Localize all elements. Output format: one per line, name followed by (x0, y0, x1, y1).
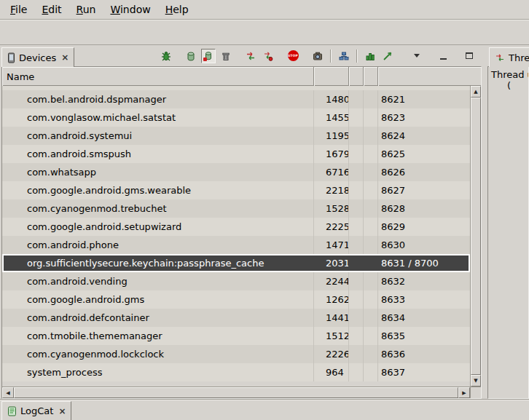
scroll-up-button[interactable]: ▲ (471, 86, 481, 98)
sysinfo-chart-icon[interactable] (380, 49, 395, 63)
cell-empty-2 (364, 309, 378, 327)
cell-port: 8624 (378, 127, 470, 145)
scroll-left-button[interactable]: ◀ (2, 387, 14, 398)
cell-port: 8634 (378, 309, 470, 327)
toolbar-separator (330, 49, 332, 63)
vertical-scrollbar[interactable]: ▲ ▼ (470, 86, 481, 387)
table-row[interactable]: com.whatsapp 6716 8626 (2, 163, 470, 181)
table-row[interactable]: system_process 964 8637 (2, 363, 470, 381)
cell-empty-2 (364, 145, 378, 163)
main-area: Devices × (0, 45, 529, 399)
cell-empty-2 (364, 236, 378, 254)
screen-capture-icon[interactable] (310, 49, 325, 63)
update-heap-icon[interactable] (184, 49, 198, 63)
menu-run[interactable]: Run (69, 1, 103, 17)
cell-empty-1 (349, 236, 364, 254)
cell-empty-2 (364, 108, 378, 127)
cell-port: 8631 / 8700 (378, 254, 470, 272)
maximize-icon[interactable] (462, 49, 477, 63)
cell-empty-1 (349, 108, 364, 127)
cell-port: 8628 (378, 199, 470, 218)
cell-empty-1 (349, 181, 364, 199)
heap-active-dot (203, 58, 207, 61)
cell-pid: 1471 (314, 236, 349, 254)
close-tab-icon[interactable]: × (60, 52, 68, 63)
menu-file[interactable]: File (3, 1, 34, 17)
cause-gc-icon[interactable] (219, 49, 233, 63)
scroll-down-button[interactable]: ▼ (471, 375, 481, 387)
tab-devices[interactable]: Devices × (1, 47, 74, 67)
cell-empty-2 (364, 163, 378, 181)
cell-port: 8636 (378, 345, 470, 363)
update-threads-icon[interactable] (243, 49, 258, 63)
horizontal-scrollbar[interactable]: ◀ ▶ (2, 387, 481, 398)
close-tab-icon[interactable]: × (57, 406, 66, 416)
cell-empty-2 (364, 199, 378, 218)
cell-empty-1 (349, 309, 364, 327)
menu-help[interactable]: Help (158, 1, 196, 17)
cell-name: com.vonglasow.michael.satstat (2, 108, 314, 127)
cell-port: 8632 (378, 272, 470, 290)
method-profiling-icon[interactable] (261, 49, 275, 63)
table-row[interactable]: com.google.android.gms 12623 8633 (2, 290, 470, 309)
scroll-right-button[interactable]: ▶ (458, 387, 470, 398)
column-header-pid[interactable] (314, 67, 349, 86)
column-header-name-label: Name (7, 71, 34, 82)
stop-process-icon[interactable]: STOP (286, 49, 300, 63)
cell-name: com.android.smspush (2, 145, 314, 163)
cell-empty-1 (349, 345, 364, 363)
table-row[interactable]: com.android.smspush 1679 8625 (2, 145, 470, 163)
cell-empty-1 (349, 272, 364, 290)
threads-tab-bar: Threads (487, 45, 529, 66)
cell-empty-1 (349, 199, 364, 218)
column-header-empty-1[interactable] (349, 67, 364, 86)
table-row[interactable]: com.android.vending 22440 8632 (2, 272, 470, 290)
cell-pid: 12623 (314, 290, 349, 309)
view-menu-icon[interactable] (410, 49, 424, 63)
scrollbar-corner (470, 387, 481, 398)
tab-threads[interactable]: Threads (489, 47, 529, 67)
table-body-wrap: com.bel.android.dspmanager 1480 8621 com… (2, 86, 481, 387)
table-row[interactable]: com.vonglasow.michael.satstat 14553 8623 (2, 108, 470, 127)
cell-name: com.cyanogenmod.lockclock (2, 345, 314, 363)
tab-logcat[interactable]: LogCat × (1, 401, 71, 420)
minimize-icon[interactable] (436, 49, 450, 63)
view-hierarchy-icon[interactable] (337, 49, 351, 63)
table-row[interactable]: com.tmobile.thememanager 1512 8635 (2, 327, 470, 345)
cell-port: 8625 (378, 145, 470, 163)
table-row[interactable]: com.cyanogenmod.lockclock 22265 8636 (2, 345, 470, 363)
cell-empty-2 (364, 272, 378, 290)
menu-window[interactable]: Window (103, 1, 157, 17)
menu-edit[interactable]: Edit (34, 1, 68, 17)
cell-empty-2 (364, 218, 378, 236)
table-row[interactable]: com.bel.android.dspmanager 1480 8621 (2, 90, 470, 108)
vertical-scrollbar-thumb[interactable] (471, 98, 481, 375)
table-row[interactable]: com.android.defcontainer 14411 8634 (2, 309, 470, 327)
cell-empty-2 (364, 345, 378, 363)
horizontal-scrollbar-thumb[interactable] (14, 387, 458, 398)
dump-hprof-icon[interactable] (201, 49, 216, 63)
sysinfo-bars-icon[interactable] (363, 49, 377, 63)
panel-sash[interactable] (482, 45, 487, 399)
column-header-empty-2[interactable] (364, 67, 378, 86)
cell-pid: 14553 (314, 108, 349, 127)
logcat-bar: LogCat × (0, 399, 529, 420)
cell-empty-2 (364, 327, 378, 345)
table-row[interactable]: com.cyanogenmod.trebuchet 1528 8628 (2, 199, 470, 218)
column-header-name[interactable]: Name (2, 67, 314, 86)
tab-logcat-label: LogCat (20, 405, 53, 416)
table-row[interactable]: com.google.android.setupwizard 22250 862… (2, 218, 470, 236)
debug-process-icon[interactable] (159, 49, 173, 63)
table-row[interactable]: org.sufficientlysecure.keychain:passphra… (2, 254, 470, 272)
table-row[interactable]: com.android.systemui 1195 8624 (2, 127, 470, 145)
cell-port: 8637 (378, 363, 470, 381)
view-window-controls (408, 49, 478, 63)
cell-name: org.sufficientlysecure.keychain:passphra… (2, 254, 314, 272)
cell-empty-1 (349, 218, 364, 236)
cell-pid: 22250 (314, 218, 349, 236)
table-row[interactable]: com.google.android.gms.wearable 22185 86… (2, 181, 470, 199)
cell-empty-2 (364, 181, 378, 199)
column-header-port[interactable] (378, 67, 481, 86)
table-row[interactable]: com.android.phone 1471 8630 (2, 236, 470, 254)
device-table-body: com.bel.android.dspmanager 1480 8621 com… (2, 86, 470, 387)
